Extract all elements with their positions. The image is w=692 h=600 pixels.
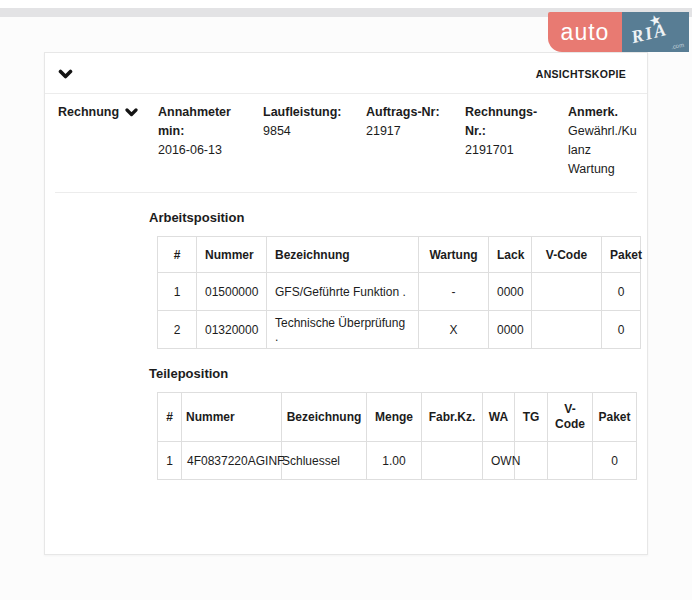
invoice-section-toggle[interactable]: Rechnung	[58, 103, 158, 179]
auto-logo-block: auto	[548, 12, 622, 52]
field-label: Rechnungs-Nr.:	[465, 103, 545, 141]
field-anmerk: Anmerk. Gewährl./Kulanz Wartung	[568, 103, 637, 179]
field-value: 9854	[263, 122, 366, 141]
table-row: 201320000Technische Überprüfung .X00000	[158, 311, 641, 349]
column-header: Menge	[367, 393, 422, 442]
field-auftrags-nr: Auftrags-Nr: 21917	[366, 103, 465, 179]
table-cell: -	[419, 273, 489, 311]
column-header: Nummer	[197, 237, 267, 273]
field-annahmetermin: Annahmetermin: 2016-06-13	[158, 103, 263, 179]
field-value: 2016-06-13	[158, 141, 263, 160]
column-header: Fabr.Kz.	[422, 393, 483, 442]
table-cell: 0000	[489, 273, 532, 311]
table-cell: GFS/Geführte Funktion .	[267, 273, 419, 311]
table-cell: 0	[593, 442, 637, 480]
collapse-button[interactable]	[58, 69, 73, 80]
work-positions-title: Arbeitsposition	[149, 210, 647, 225]
table-cell: OWN	[483, 442, 515, 480]
table-cell	[548, 442, 593, 480]
ria-com-label: .com	[671, 42, 685, 51]
column-header: #	[158, 237, 197, 273]
invoice-card: ANSICHTSKOPIE Rechnung Annahmetermin: 20…	[44, 52, 648, 555]
table-header-row: # Nummer Bezeichnung Wartung Lack V-Code…	[158, 237, 641, 273]
divider	[55, 192, 637, 193]
field-label: Anmerk.	[568, 103, 637, 122]
table-cell: 1	[158, 273, 197, 311]
part-positions-title: Teileposition	[149, 366, 647, 381]
table-cell: Schluessel	[282, 442, 367, 480]
column-header: V-Code	[548, 393, 593, 442]
table-cell	[422, 442, 483, 480]
page-background: auto ★ RIA .com ANSICHTSKOPIE Rechnung	[0, 17, 692, 600]
chevron-down-icon	[125, 103, 138, 123]
column-header: Paket	[602, 237, 641, 273]
field-value: Gewährl./Kulanz Wartung	[568, 122, 637, 179]
table-cell: 0000	[489, 311, 532, 349]
field-label: Auftrags-Nr:	[366, 103, 465, 122]
table-cell: 01320000	[197, 311, 267, 349]
table-cell: 4F0837220AGINF	[182, 442, 282, 480]
table-header-row: # Nummer Bezeichnung Menge Fabr.Kz. WA T…	[158, 393, 637, 442]
table-cell: 1	[158, 442, 182, 480]
column-header: Bezeichnung	[282, 393, 367, 442]
table-cell: 1.00	[367, 442, 422, 480]
table-row: 101500000GFS/Geführte Funktion .-00000	[158, 273, 641, 311]
column-header: V-Code	[532, 237, 602, 273]
column-header: TG	[515, 393, 548, 442]
table-cell: Technische Überprüfung .	[267, 311, 419, 349]
field-value: 2191701	[465, 141, 568, 160]
field-label: Laufleistung:	[263, 103, 366, 122]
column-header: Lack	[489, 237, 532, 273]
invoice-title: Rechnung	[58, 103, 119, 122]
column-header: Wartung	[419, 237, 489, 273]
auto-ria-logo[interactable]: auto ★ RIA .com	[548, 12, 689, 52]
card-header: ANSICHTSKOPIE	[45, 53, 647, 94]
column-header: Nummer	[182, 393, 282, 442]
work-positions-table: # Nummer Bezeichnung Wartung Lack V-Code…	[157, 236, 641, 349]
column-header: Paket	[593, 393, 637, 442]
table-cell: 2	[158, 311, 197, 349]
table-cell: 0	[602, 311, 641, 349]
table-cell	[532, 311, 602, 349]
table-cell: X	[419, 311, 489, 349]
ria-logo-block: ★ RIA .com	[622, 12, 689, 52]
field-label: Annahmetermin:	[158, 103, 236, 141]
ria-logo-text: RIA	[629, 19, 670, 48]
table-cell: 0	[602, 273, 641, 311]
table-cell: 01500000	[197, 273, 267, 311]
view-copy-label: ANSICHTSKOPIE	[536, 68, 626, 80]
field-laufleistung: Laufleistung: 9854	[263, 103, 366, 179]
table-row: 14F0837220AGINFSchluessel1.00OWN0	[158, 442, 637, 480]
part-positions-table: # Nummer Bezeichnung Menge Fabr.Kz. WA T…	[157, 392, 637, 480]
table-cell	[532, 273, 602, 311]
column-header: Bezeichnung	[267, 237, 419, 273]
chevron-down-icon	[58, 68, 73, 83]
column-header: WA	[483, 393, 515, 442]
column-header: #	[158, 393, 182, 442]
field-value: 21917	[366, 122, 465, 141]
invoice-summary-row: Rechnung Annahmetermin: 2016-06-13 Laufl…	[45, 94, 647, 192]
field-rechnungs-nr: Rechnungs-Nr.: 2191701	[465, 103, 568, 179]
